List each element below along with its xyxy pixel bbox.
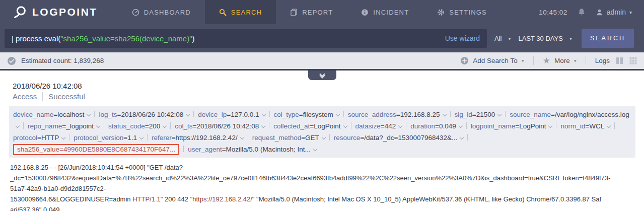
field-device_ip[interactable]: device_ip=127.0.0.1 [198, 111, 265, 118]
user-icon [596, 9, 603, 16]
field-separator [467, 134, 468, 140]
field-value: =_logpoint [62, 122, 94, 130]
chevron-down-icon[interactable] [442, 112, 446, 116]
field-norm_id[interactable]: norm_id=WCL [560, 122, 610, 130]
field-separator [505, 111, 506, 117]
star-icon: ★ [543, 56, 550, 65]
user-menu[interactable]: admin ▾ [596, 8, 632, 16]
chevron-down-icon[interactable] [460, 135, 464, 139]
chevron-down-icon[interactable] [335, 112, 339, 116]
divider [533, 56, 534, 65]
chevron-down-icon[interactable] [313, 147, 317, 151]
field-logpoint_name[interactable]: logpoint_name=LogPoint [471, 122, 552, 130]
field-collected_at[interactable]: collected_at=LogPoint [273, 122, 346, 130]
search-query-input[interactable]: | process eval("sha256_value=sha256(devi… [5, 29, 487, 48]
field-col_type[interactable]: col_type=filesystem [274, 111, 339, 118]
nav-item-settings[interactable]: SETTINGS [423, 0, 501, 24]
field-sha256_value[interactable]: sha256_value=49960DE5880E8C687434170F647… [13, 144, 179, 155]
field-separator [466, 122, 467, 129]
chevron-down-icon[interactable] [607, 124, 611, 128]
field-separator [269, 111, 270, 117]
raw-log-line: ari/537.36" 0.049 [10, 204, 635, 211]
chevron-down-icon[interactable] [186, 112, 190, 116]
field-col_ts[interactable]: col_ts=2018/06/26 10:42:08 [175, 122, 265, 130]
field-separator [183, 146, 184, 152]
field-resource[interactable]: resource=/data?_dc=1530007968432&... [334, 134, 463, 142]
field-protocol_version[interactable]: protocol_version=1.1 [74, 134, 143, 142]
nav-item-label: DASHBOARD [144, 9, 191, 16]
chevron-down-icon[interactable] [398, 124, 402, 128]
chevron-down-icon[interactable] [61, 135, 65, 139]
field-value: =21500 [472, 111, 495, 118]
estimated-count-block: Estimated count: 1,839,268 [7, 56, 104, 65]
field-separator [248, 134, 248, 140]
field-source_address[interactable]: source_address=192.168.8.25 [348, 111, 446, 118]
divider [42, 92, 43, 101]
chevron-down-icon[interactable] [163, 124, 167, 128]
field-value: =2018/06/26 10:42:08 [193, 122, 259, 130]
repo-scope-dropdown[interactable]: All ▾ [494, 35, 511, 42]
more-button[interactable]: ★ More ▾ [543, 56, 577, 65]
field-value: =1.1 [123, 134, 137, 142]
chevron-down-icon[interactable] [240, 135, 244, 139]
nav-item-incident[interactable]: INCIDENT [347, 0, 423, 24]
chevron-down-icon[interactable] [261, 112, 265, 116]
chevron-down-icon: ▾ [629, 10, 632, 15]
field-protocol[interactable]: protocol=HTTP [13, 134, 65, 142]
chevron-down-icon: ▾ [574, 58, 577, 63]
add-search-to-button[interactable]: Add Search To ▾ [460, 56, 524, 65]
chevron-down-icon: ▾ [522, 58, 524, 63]
field-datasize[interactable]: datasize=442 [355, 122, 402, 130]
notification-bell-icon[interactable] [578, 8, 586, 16]
field-request_method[interactable]: request_method=GET [252, 134, 325, 142]
chevron-down-icon[interactable] [261, 124, 265, 128]
field-user_agent[interactable]: user_agent=Mozilla/5.0 (Macintosh; Int..… [188, 146, 317, 153]
field-key: status_code [108, 122, 145, 130]
grid-view-toggle-icon[interactable] [629, 57, 637, 64]
field-value: =Mozilla/5.0 (Macintosh; Int... [222, 146, 311, 153]
chevron-down-icon[interactable] [497, 112, 502, 116]
field-key: device_ip [198, 111, 227, 118]
field-value: =192.168.8.25 [396, 111, 440, 118]
chevron-down-icon[interactable] [96, 124, 100, 128]
divider [586, 56, 586, 65]
nav-item-dashboard[interactable]: DASHBOARD [118, 0, 205, 24]
field-key: repo_name [28, 122, 62, 130]
use-wizard-link[interactable]: Use wizard [445, 34, 480, 42]
time-range-dropdown[interactable]: LAST 30 DAYS ▾ [518, 35, 571, 42]
field-separator [321, 146, 321, 152]
user-name: admin [607, 8, 626, 16]
brand-name: LOGPOINT [32, 6, 98, 18]
chevron-down-icon[interactable] [458, 124, 462, 128]
chevron-down-icon[interactable] [16, 124, 20, 128]
search-bar: | process eval("sha256_value=sha256(devi… [0, 24, 644, 52]
column-view-toggle-icon[interactable] [616, 57, 623, 64]
nav-right: 10:45:02 admin ▾ [539, 0, 644, 24]
chevron-down-icon[interactable] [548, 124, 552, 128]
dashboard-icon [132, 9, 139, 16]
field-referer[interactable]: referer=https://192.168.2.42/ [152, 134, 244, 142]
chevron-down-icon[interactable] [87, 112, 91, 116]
nav-item-search[interactable]: SEARCH [205, 0, 276, 24]
chevron-down-icon[interactable] [139, 135, 144, 139]
field-device_name[interactable]: device_name=localhost [13, 111, 90, 118]
field-key: col_ts [175, 122, 192, 130]
nav-item-report[interactable]: REPORT [276, 0, 347, 24]
search-button[interactable]: SEARCH [582, 29, 634, 48]
field-value: =LogPoint [310, 122, 340, 130]
field-repo_name[interactable]: repo_name=_logpoint [28, 122, 100, 130]
field-duration[interactable]: duration=0.049 [410, 122, 462, 130]
field-separator [406, 122, 406, 129]
field-value: =49960DE5880E8C687434170F647... [59, 146, 175, 153]
field-separator [94, 111, 95, 117]
collapse-panel-button[interactable] [308, 71, 336, 80]
status-bar: Estimated count: 1,839,268 Add Search To… [0, 52, 644, 71]
chevron-down-icon[interactable] [322, 135, 326, 139]
field-sig_id[interactable]: sig_id=21500 [455, 111, 502, 118]
logpoint-brand[interactable]: LOGPOINT [0, 0, 118, 24]
report-icon [290, 9, 298, 16]
chevron-down-icon[interactable] [343, 124, 347, 128]
field-value: =localhost [53, 111, 84, 118]
field-log_ts[interactable]: log_ts=2018/06/26 10:42:08 [99, 111, 189, 118]
field-status_code[interactable]: status_code=200 [108, 122, 166, 130]
